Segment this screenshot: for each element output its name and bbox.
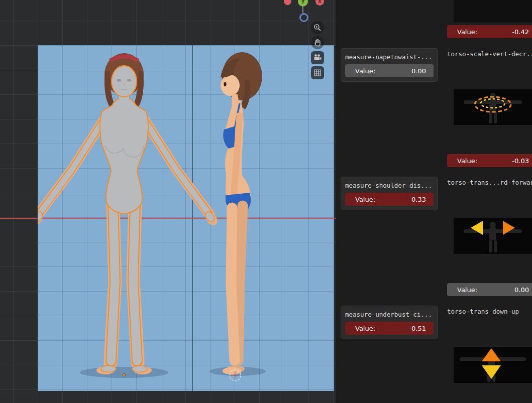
blender-character-editor: { "viewport": { "gizmo": { "y_label": "Y… bbox=[0, 0, 532, 403]
value-number: -0.42 bbox=[512, 28, 529, 36]
torso-scale-vertical-thumbnail[interactable] bbox=[454, 89, 532, 125]
value-slider[interactable]: Value: 0.00 bbox=[447, 283, 532, 296]
section-title: torso-scale-vert-decr... bbox=[447, 50, 532, 58]
value-slider[interactable]: Value: -0.51 bbox=[345, 322, 434, 335]
hand-icon bbox=[313, 38, 322, 47]
gizmo-ball-negative-z-axis[interactable] bbox=[299, 13, 308, 22]
value-label: Value: bbox=[355, 67, 375, 75]
grid-icon bbox=[313, 68, 322, 77]
pan-tool[interactable] bbox=[311, 36, 324, 49]
property-title: measure-shoulder-dis... bbox=[345, 182, 434, 189]
value-label: Value: bbox=[457, 157, 477, 165]
camera-icon bbox=[313, 53, 322, 62]
value-number: -0.03 bbox=[512, 157, 529, 165]
value-number: 0.00 bbox=[514, 286, 529, 294]
property-title: measure-napetowaist-... bbox=[345, 53, 434, 61]
value-label: Value: bbox=[457, 28, 477, 36]
viewport-3d[interactable]: Y X bbox=[0, 0, 336, 403]
section-title: torso-trans-down-up bbox=[447, 308, 519, 315]
camera-view-tool[interactable] bbox=[311, 51, 324, 64]
value-label: Value: bbox=[457, 286, 477, 294]
zoom-in-icon bbox=[313, 23, 322, 32]
gizmo-ball-y-axis[interactable]: Y bbox=[298, 0, 308, 7]
front-model-figure bbox=[38, 53, 220, 376]
side-reference-figure bbox=[221, 52, 262, 375]
property-card-napetowaist: measure-napetowaist-... Value: 0.00 bbox=[341, 48, 438, 82]
thumbnail-partial[interactable] bbox=[454, 0, 532, 23]
value-label: Value: bbox=[355, 196, 375, 203]
zoom-tool[interactable] bbox=[311, 21, 324, 34]
gizmo-ball-negative-axis[interactable] bbox=[284, 0, 291, 5]
property-card-underbust: measure-underbust-ci... Value: -0.51 bbox=[341, 306, 438, 339]
horizontal-arrows-icon bbox=[454, 218, 532, 254]
scale-ellipse-icon bbox=[454, 89, 532, 125]
value-label: Value: bbox=[355, 325, 375, 332]
value-number: -0.33 bbox=[409, 196, 426, 203]
character-figures bbox=[38, 45, 334, 391]
value-slider[interactable]: Value: -0.33 bbox=[345, 193, 434, 206]
vertical-arrows-icon bbox=[454, 347, 532, 383]
property-card-shoulder: measure-shoulder-dis... Value: -0.33 bbox=[341, 177, 438, 210]
value-number: -0.51 bbox=[409, 325, 426, 332]
torso-translate-down-up-thumbnail[interactable] bbox=[454, 347, 532, 383]
grid-ortho-tool[interactable] bbox=[311, 66, 324, 79]
torso-translate-backward-forward-thumbnail[interactable] bbox=[454, 218, 532, 254]
value-slider[interactable]: Value: -0.03 bbox=[447, 154, 532, 167]
value-number: 0.00 bbox=[411, 67, 426, 75]
gizmo-ball-x-axis[interactable]: X bbox=[315, 0, 324, 6]
value-slider[interactable]: Value: 0.00 bbox=[345, 64, 434, 77]
value-slider[interactable]: Value: -0.42 bbox=[447, 25, 532, 38]
property-title: measure-underbust-ci... bbox=[345, 311, 434, 318]
section-title: torso-trans...rd-forwar bbox=[447, 179, 532, 186]
